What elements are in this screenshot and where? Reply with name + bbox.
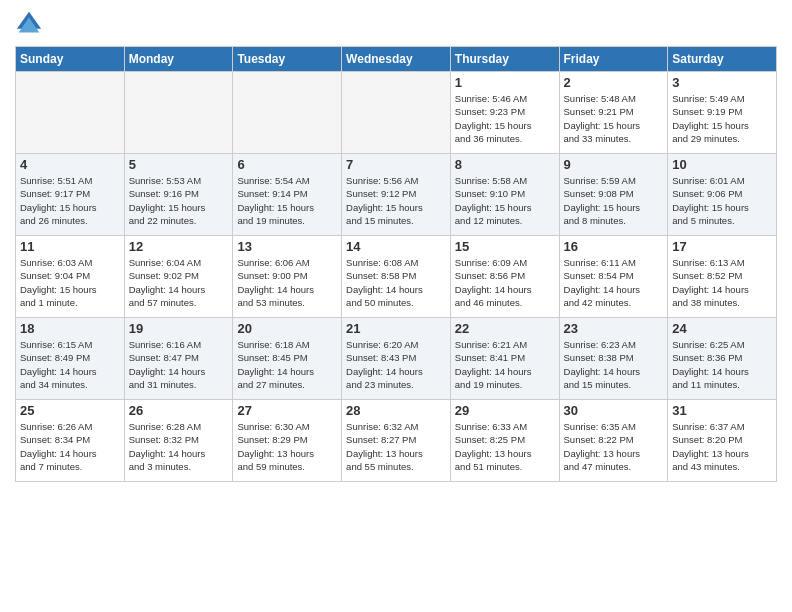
calendar-cell: 27Sunrise: 6:30 AM Sunset: 8:29 PM Dayli… [233,400,342,482]
calendar-week-row: 1Sunrise: 5:46 AM Sunset: 9:23 PM Daylig… [16,72,777,154]
calendar-cell: 10Sunrise: 6:01 AM Sunset: 9:06 PM Dayli… [668,154,777,236]
calendar-cell: 26Sunrise: 6:28 AM Sunset: 8:32 PM Dayli… [124,400,233,482]
weekday-header: Friday [559,47,668,72]
day-info: Sunrise: 6:21 AM Sunset: 8:41 PM Dayligh… [455,338,555,391]
calendar-header: SundayMondayTuesdayWednesdayThursdayFrid… [16,47,777,72]
weekday-header: Thursday [450,47,559,72]
day-info: Sunrise: 6:03 AM Sunset: 9:04 PM Dayligh… [20,256,120,309]
weekday-header: Saturday [668,47,777,72]
day-info: Sunrise: 6:18 AM Sunset: 8:45 PM Dayligh… [237,338,337,391]
day-number: 10 [672,157,772,172]
day-number: 8 [455,157,555,172]
calendar-cell: 21Sunrise: 6:20 AM Sunset: 8:43 PM Dayli… [342,318,451,400]
calendar-cell: 7Sunrise: 5:56 AM Sunset: 9:12 PM Daylig… [342,154,451,236]
calendar-cell: 3Sunrise: 5:49 AM Sunset: 9:19 PM Daylig… [668,72,777,154]
day-number: 5 [129,157,229,172]
calendar-cell: 18Sunrise: 6:15 AM Sunset: 8:49 PM Dayli… [16,318,125,400]
header-row: SundayMondayTuesdayWednesdayThursdayFrid… [16,47,777,72]
calendar-cell: 20Sunrise: 6:18 AM Sunset: 8:45 PM Dayli… [233,318,342,400]
weekday-header: Wednesday [342,47,451,72]
day-info: Sunrise: 5:51 AM Sunset: 9:17 PM Dayligh… [20,174,120,227]
calendar-cell: 12Sunrise: 6:04 AM Sunset: 9:02 PM Dayli… [124,236,233,318]
day-info: Sunrise: 6:01 AM Sunset: 9:06 PM Dayligh… [672,174,772,227]
calendar-cell: 25Sunrise: 6:26 AM Sunset: 8:34 PM Dayli… [16,400,125,482]
logo-icon [15,10,43,38]
calendar-cell: 13Sunrise: 6:06 AM Sunset: 9:00 PM Dayli… [233,236,342,318]
calendar-cell: 1Sunrise: 5:46 AM Sunset: 9:23 PM Daylig… [450,72,559,154]
day-info: Sunrise: 6:33 AM Sunset: 8:25 PM Dayligh… [455,420,555,473]
day-info: Sunrise: 5:48 AM Sunset: 9:21 PM Dayligh… [564,92,664,145]
day-info: Sunrise: 5:49 AM Sunset: 9:19 PM Dayligh… [672,92,772,145]
weekday-header: Sunday [16,47,125,72]
day-info: Sunrise: 5:59 AM Sunset: 9:08 PM Dayligh… [564,174,664,227]
day-info: Sunrise: 6:13 AM Sunset: 8:52 PM Dayligh… [672,256,772,309]
day-number: 30 [564,403,664,418]
calendar-week-row: 4Sunrise: 5:51 AM Sunset: 9:17 PM Daylig… [16,154,777,236]
day-info: Sunrise: 5:54 AM Sunset: 9:14 PM Dayligh… [237,174,337,227]
day-info: Sunrise: 6:32 AM Sunset: 8:27 PM Dayligh… [346,420,446,473]
day-number: 19 [129,321,229,336]
day-info: Sunrise: 6:37 AM Sunset: 8:20 PM Dayligh… [672,420,772,473]
calendar-cell: 28Sunrise: 6:32 AM Sunset: 8:27 PM Dayli… [342,400,451,482]
calendar-cell [233,72,342,154]
calendar-cell [124,72,233,154]
calendar-cell: 5Sunrise: 5:53 AM Sunset: 9:16 PM Daylig… [124,154,233,236]
day-number: 6 [237,157,337,172]
day-number: 13 [237,239,337,254]
day-number: 1 [455,75,555,90]
day-info: Sunrise: 6:16 AM Sunset: 8:47 PM Dayligh… [129,338,229,391]
day-info: Sunrise: 5:46 AM Sunset: 9:23 PM Dayligh… [455,92,555,145]
calendar-cell: 30Sunrise: 6:35 AM Sunset: 8:22 PM Dayli… [559,400,668,482]
day-info: Sunrise: 6:15 AM Sunset: 8:49 PM Dayligh… [20,338,120,391]
day-info: Sunrise: 5:56 AM Sunset: 9:12 PM Dayligh… [346,174,446,227]
calendar-cell: 14Sunrise: 6:08 AM Sunset: 8:58 PM Dayli… [342,236,451,318]
calendar-week-row: 25Sunrise: 6:26 AM Sunset: 8:34 PM Dayli… [16,400,777,482]
day-number: 3 [672,75,772,90]
day-number: 16 [564,239,664,254]
day-number: 17 [672,239,772,254]
page-header [15,10,777,38]
day-info: Sunrise: 6:06 AM Sunset: 9:00 PM Dayligh… [237,256,337,309]
calendar-cell: 23Sunrise: 6:23 AM Sunset: 8:38 PM Dayli… [559,318,668,400]
day-info: Sunrise: 5:58 AM Sunset: 9:10 PM Dayligh… [455,174,555,227]
day-number: 2 [564,75,664,90]
calendar-cell: 24Sunrise: 6:25 AM Sunset: 8:36 PM Dayli… [668,318,777,400]
day-number: 11 [20,239,120,254]
calendar-cell: 19Sunrise: 6:16 AM Sunset: 8:47 PM Dayli… [124,318,233,400]
calendar-cell: 16Sunrise: 6:11 AM Sunset: 8:54 PM Dayli… [559,236,668,318]
calendar-cell: 29Sunrise: 6:33 AM Sunset: 8:25 PM Dayli… [450,400,559,482]
calendar-body: 1Sunrise: 5:46 AM Sunset: 9:23 PM Daylig… [16,72,777,482]
calendar-cell: 15Sunrise: 6:09 AM Sunset: 8:56 PM Dayli… [450,236,559,318]
day-info: Sunrise: 6:25 AM Sunset: 8:36 PM Dayligh… [672,338,772,391]
calendar-cell: 17Sunrise: 6:13 AM Sunset: 8:52 PM Dayli… [668,236,777,318]
day-number: 7 [346,157,446,172]
logo [15,10,47,38]
day-number: 4 [20,157,120,172]
day-info: Sunrise: 6:04 AM Sunset: 9:02 PM Dayligh… [129,256,229,309]
day-number: 9 [564,157,664,172]
calendar-week-row: 18Sunrise: 6:15 AM Sunset: 8:49 PM Dayli… [16,318,777,400]
day-number: 23 [564,321,664,336]
day-number: 18 [20,321,120,336]
weekday-header: Tuesday [233,47,342,72]
day-number: 14 [346,239,446,254]
calendar-cell: 11Sunrise: 6:03 AM Sunset: 9:04 PM Dayli… [16,236,125,318]
calendar-cell: 22Sunrise: 6:21 AM Sunset: 8:41 PM Dayli… [450,318,559,400]
day-number: 26 [129,403,229,418]
day-info: Sunrise: 5:53 AM Sunset: 9:16 PM Dayligh… [129,174,229,227]
day-info: Sunrise: 6:35 AM Sunset: 8:22 PM Dayligh… [564,420,664,473]
calendar-cell: 4Sunrise: 5:51 AM Sunset: 9:17 PM Daylig… [16,154,125,236]
calendar-cell [16,72,125,154]
day-number: 15 [455,239,555,254]
calendar-cell [342,72,451,154]
day-number: 22 [455,321,555,336]
day-number: 27 [237,403,337,418]
day-number: 12 [129,239,229,254]
calendar-week-row: 11Sunrise: 6:03 AM Sunset: 9:04 PM Dayli… [16,236,777,318]
calendar-table: SundayMondayTuesdayWednesdayThursdayFrid… [15,46,777,482]
page-container: SundayMondayTuesdayWednesdayThursdayFrid… [0,0,792,487]
day-number: 20 [237,321,337,336]
calendar-cell: 31Sunrise: 6:37 AM Sunset: 8:20 PM Dayli… [668,400,777,482]
day-info: Sunrise: 6:30 AM Sunset: 8:29 PM Dayligh… [237,420,337,473]
day-number: 21 [346,321,446,336]
